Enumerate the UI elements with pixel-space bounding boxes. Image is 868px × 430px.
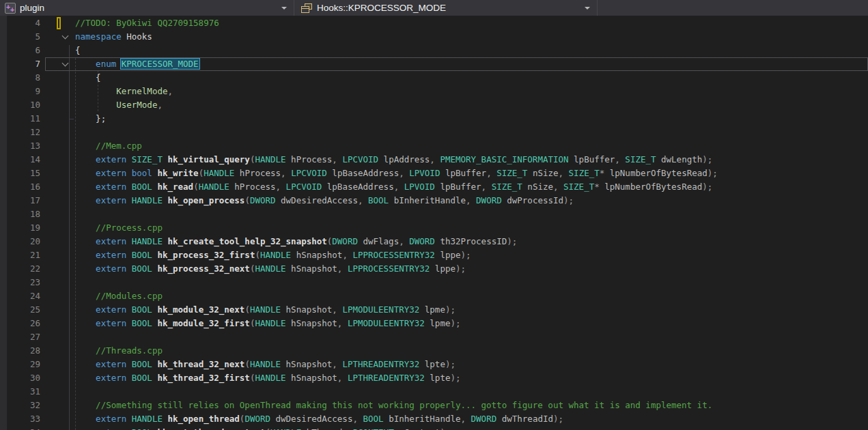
member-dropdown[interactable]: Hooks::KPROCESSOR_MODE [294,0,598,16]
gutter-margin[interactable] [45,167,75,180]
gutter-margin[interactable] [45,344,75,358]
code-line[interactable]: 26 extern BOOL hk_module_32_first(HANDLE… [0,317,868,330]
code-line[interactable]: 11 }; [0,112,868,126]
gutter-margin[interactable] [45,57,75,71]
fold-chevron-icon[interactable] [62,33,69,40]
gutter-margin[interactable] [45,207,75,221]
gutter-margin[interactable] [45,412,75,426]
line-number: 31 [0,385,45,399]
gutter-margin[interactable] [45,358,75,371]
line-number: 33 [0,412,45,426]
code-text [75,330,868,344]
gutter-margin[interactable] [45,180,75,194]
chevron-down-icon [281,7,287,10]
gutter-margin[interactable] [45,289,75,303]
code-line[interactable]: 33 extern HANDLE hk_open_thread(DWORD dw… [0,412,868,426]
gutter-margin[interactable] [45,85,75,98]
code-line[interactable]: 31 [0,385,868,399]
code-line[interactable]: 29 extern BOOL hk_thread_32_next(HANDLE … [0,358,868,371]
code-text [75,207,868,221]
gutter-margin[interactable] [45,330,75,344]
code-line[interactable]: 30 extern BOOL hk_thread_32_first(HANDLE… [0,371,868,385]
gutter-margin[interactable] [45,426,75,430]
gutter-margin[interactable] [45,248,75,262]
gutter-margin[interactable] [45,221,75,235]
line-number: 20 [0,235,45,248]
code-line[interactable]: 24 //Modules.cpp [0,289,868,303]
code-text: extern SIZE_T hk_virtual_query(HANDLE hP… [75,153,868,167]
gutter-margin[interactable] [45,126,75,139]
gutter-margin[interactable] [45,262,75,276]
code-line[interactable]: 7 enum KPROCESSOR_MODE [0,57,868,71]
gutter-margin[interactable] [45,371,75,385]
code-line[interactable]: 22 extern BOOL hk_process_32_next(HANDLE… [0,262,868,276]
project-dropdown[interactable]: ++ plugin [0,0,294,16]
gutter-margin[interactable] [45,399,75,412]
line-number: 10 [0,98,45,112]
code-text: //Process.cpp [75,221,868,235]
fold-chevron-icon[interactable] [62,60,69,67]
code-line[interactable]: 32 //Something still relies on OpenThrea… [0,399,868,412]
code-text: extern BOOL hk_module_32_first(HANDLE hS… [75,317,868,330]
code-line[interactable]: 17 extern HANDLE hk_open_process(DWORD d… [0,194,868,207]
code-lines[interactable]: 4//TODO: ByOkiwi QQ27091589765namespace … [0,16,868,430]
line-number: 25 [0,303,45,317]
line-number: 4 [0,16,45,30]
code-text: extern BOOL hk_module_32_next(HANDLE hSn… [75,303,868,317]
gutter-margin[interactable] [45,153,75,167]
line-number: 34 [0,426,45,430]
code-text [75,276,868,289]
code-line[interactable]: 16 extern BOOL hk_read(HANDLE hProcess, … [0,180,868,194]
navigation-bar-spacer [598,0,868,16]
gutter-margin[interactable] [45,276,75,289]
gutter-margin[interactable] [45,385,75,399]
code-line[interactable]: 10 UserMode, [0,98,868,112]
code-line[interactable]: 23 [0,276,868,289]
code-line[interactable]: 19 //Process.cpp [0,221,868,235]
code-line[interactable]: 6{ [0,44,868,57]
code-text: extern BOOL hk_process_32_first(HANDLE h… [75,248,868,262]
code-text: //Modules.cpp [75,289,868,303]
gutter-margin[interactable] [45,235,75,248]
line-number: 32 [0,399,45,412]
code-line[interactable]: 8 { [0,71,868,85]
code-line[interactable]: 12 [0,126,868,139]
code-line[interactable]: 15 extern bool hk_write(HANDLE hProcess,… [0,167,868,180]
line-number: 23 [0,276,45,289]
line-number: 22 [0,262,45,276]
line-number: 8 [0,71,45,85]
code-line[interactable]: 34 extern BOOL hk_get_thread_context(HAN… [0,426,868,430]
code-line[interactable]: 27 [0,330,868,344]
gutter-margin[interactable] [45,139,75,153]
code-line[interactable]: 13 //Mem.cpp [0,139,868,153]
code-line[interactable]: 28 //Threads.cpp [0,344,868,358]
gutter-margin[interactable] [45,112,75,126]
gutter-margin[interactable] [45,98,75,112]
code-line[interactable]: 21 extern BOOL hk_process_32_first(HANDL… [0,248,868,262]
line-number: 29 [0,358,45,371]
gutter-margin[interactable] [45,317,75,330]
code-line[interactable]: 5namespace Hooks [0,30,868,44]
code-line[interactable]: 18 [0,207,868,221]
gutter-margin[interactable] [45,303,75,317]
gutter-margin[interactable] [45,16,75,30]
gutter-margin[interactable] [45,71,75,85]
line-number: 5 [0,30,45,44]
navigation-bar: ++ plugin Hooks::KPROCESSOR_MODE [0,0,868,16]
code-editor[interactable]: 4//TODO: ByOkiwi QQ27091589765namespace … [0,16,868,430]
gutter-margin[interactable] [45,30,75,44]
code-line[interactable]: 4//TODO: ByOkiwi QQ2709158976 [0,16,868,30]
code-line[interactable]: 25 extern BOOL hk_module_32_next(HANDLE … [0,303,868,317]
code-line[interactable]: 9 KernelMode, [0,85,868,98]
code-text: enum KPROCESSOR_MODE [75,57,868,71]
line-number: 27 [0,330,45,344]
project-dropdown-label: plugin [20,3,44,13]
line-number: 24 [0,289,45,303]
line-number: 6 [0,44,45,57]
code-line[interactable]: 20 extern HANDLE hk_create_tool_help_32_… [0,235,868,248]
code-text: { [75,71,868,85]
gutter-margin[interactable] [45,194,75,207]
gutter-margin[interactable] [45,44,75,57]
line-number: 21 [0,248,45,262]
code-line[interactable]: 14 extern SIZE_T hk_virtual_query(HANDLE… [0,153,868,167]
